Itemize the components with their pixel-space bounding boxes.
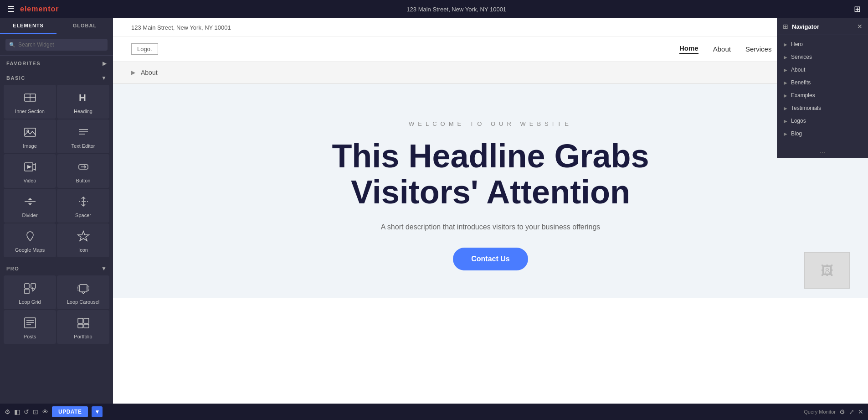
widget-heading[interactable]: H Heading: [57, 85, 109, 119]
navigator-blog-arrow: ▶: [784, 131, 787, 136]
bottom-close-icon[interactable]: ✕: [858, 408, 863, 415]
loop-grid-icon: [24, 282, 36, 296]
grid-icon[interactable]: ⊞: [854, 4, 861, 14]
settings-icon[interactable]: ⚙: [5, 408, 10, 415]
navigator-benefits-label: Benefits: [791, 79, 811, 86]
heading-icon: H: [77, 91, 90, 106]
divider-label: Divider: [22, 213, 37, 218]
widget-portfolio[interactable]: Portfolio: [57, 310, 109, 344]
navigator-panel-icon: ⊞: [783, 23, 788, 30]
navigator-title: Navigator: [792, 23, 819, 30]
svg-marker-10: [27, 165, 32, 169]
pro-section-header[interactable]: PRO ▼: [0, 261, 113, 275]
svg-rect-22: [25, 289, 29, 294]
hero-cta-button[interactable]: Contact Us: [453, 248, 528, 270]
posts-label: Posts: [24, 334, 36, 339]
sidebar: ELEMENTS GLOBAL FAVORITES ▶ BASIC ▼ I: [0, 18, 113, 404]
update-arrow-button[interactable]: ▼: [92, 406, 103, 417]
navigator-item-benefits[interactable]: ▶ Benefits: [777, 76, 868, 89]
widget-inner-section[interactable]: Inner Section: [4, 85, 56, 119]
site-nav: Logo. Home About Services Contact Course…: [113, 37, 868, 62]
pro-arrow-icon: ▼: [101, 265, 107, 272]
tab-global[interactable]: GLOBAL: [56, 18, 113, 34]
nav-link-about[interactable]: About: [713, 45, 731, 53]
sidebar-search-area: [0, 34, 113, 56]
tab-elements[interactable]: ELEMENTS: [0, 18, 56, 34]
navigator-item-services[interactable]: ▶ Services: [777, 51, 868, 63]
widget-divider[interactable]: Divider: [4, 189, 56, 223]
posts-icon: [24, 316, 36, 331]
hamburger-icon[interactable]: ☰: [7, 4, 15, 14]
top-bar-center: 123 Main Street, New York, NY 10001: [406, 6, 506, 13]
svg-rect-30: [78, 318, 83, 323]
navigator-examples-label: Examples: [791, 92, 815, 99]
image-icon: [24, 126, 36, 140]
inner-section-label: Inner Section: [15, 109, 45, 114]
navigator-items: ▶ Hero ▶ Services ▶ About ▶ Benefits ▶: [777, 35, 868, 143]
widget-video[interactable]: Video: [4, 154, 56, 188]
main-layout: ELEMENTS GLOBAL FAVORITES ▶ BASIC ▼ I: [0, 18, 868, 404]
navigator-close-icon[interactable]: ✕: [857, 23, 863, 30]
loop-carousel-icon: [77, 282, 90, 296]
site-nav-address: 123 Main Street, New York, NY 10001: [131, 24, 231, 31]
about-bar-arrow: ▶: [131, 69, 135, 76]
widget-text-editor[interactable]: Text Editor: [57, 119, 109, 153]
elementor-logo: elementor: [20, 5, 59, 13]
navigator-testimonials-label: Testimonials: [791, 105, 821, 111]
navigator-item-logos[interactable]: ▶ Logos: [777, 114, 868, 127]
svg-rect-26: [25, 318, 36, 328]
widget-google-maps[interactable]: Google Maps: [4, 223, 56, 257]
basic-label: BASIC: [6, 75, 26, 81]
navigator-title-wrap: ⊞ Navigator: [783, 23, 819, 30]
navigator-item-about[interactable]: ▶ About: [777, 63, 868, 76]
favorites-section-header[interactable]: FAVORITES ▶: [0, 56, 113, 70]
update-button[interactable]: UPDATE: [52, 406, 88, 417]
hero-description: A short description that introduces visi…: [131, 223, 850, 231]
widget-posts[interactable]: Posts: [4, 310, 56, 344]
svg-rect-33: [84, 324, 89, 328]
pro-widgets-grid: Loop Grid Loop Carousel Posts: [0, 275, 113, 347]
basic-arrow-icon: ▼: [101, 75, 107, 81]
bottom-settings-icon[interactable]: ⚙: [839, 408, 845, 415]
sidebar-search-wrap: [5, 39, 108, 51]
navigator-item-examples[interactable]: ▶ Examples: [777, 89, 868, 102]
hero-subtitle: WELCOME TO OUR WEBSITE: [131, 120, 850, 127]
widget-spacer[interactable]: Spacer: [57, 189, 109, 223]
sidebar-tabs: ELEMENTS GLOBAL: [0, 18, 113, 34]
placeholder-img-icon: 🖼: [821, 263, 833, 278]
about-bar: ▶ About: [113, 62, 868, 84]
responsive-icon[interactable]: ⊡: [33, 408, 38, 415]
search-input[interactable]: [5, 39, 108, 51]
button-label: Button: [76, 178, 91, 183]
widget-image[interactable]: Image: [4, 119, 56, 153]
nav-link-services[interactable]: Services: [745, 45, 772, 53]
navigator-item-hero[interactable]: ▶ Hero: [777, 38, 868, 51]
svg-marker-19: [78, 231, 89, 241]
layers-icon[interactable]: ◧: [14, 408, 20, 415]
basic-section-header[interactable]: BASIC ▼: [0, 70, 113, 85]
navigator-item-blog[interactable]: ▶ Blog: [777, 127, 868, 140]
portfolio-icon: [77, 316, 90, 331]
navigator-hero-arrow: ▶: [784, 42, 787, 47]
widget-button[interactable]: Button: [57, 154, 109, 188]
widget-loop-grid[interactable]: Loop Grid: [4, 275, 56, 309]
svg-rect-24: [78, 286, 80, 290]
bottom-expand-icon[interactable]: ⤢: [849, 408, 854, 415]
nav-link-home[interactable]: Home: [679, 44, 699, 54]
basic-widgets-grid: Inner Section H Heading Image: [0, 85, 113, 261]
website-preview: 123 Main Street, New York, NY 10001 📞 12…: [113, 18, 868, 404]
navigator-blog-label: Blog: [791, 130, 802, 137]
svg-rect-4: [25, 128, 36, 136]
portfolio-label: Portfolio: [74, 334, 92, 339]
spacer-icon: [77, 195, 90, 210]
navigator-item-testimonials[interactable]: ▶ Testimonials: [777, 102, 868, 114]
svg-rect-21: [31, 284, 36, 288]
widget-icon[interactable]: Icon: [57, 223, 109, 257]
widget-loop-carousel[interactable]: Loop Carousel: [57, 275, 109, 309]
sidebar-collapse-handle[interactable]: ‹: [110, 203, 113, 219]
preview-icon[interactable]: 👁: [42, 408, 48, 415]
svg-rect-20: [25, 284, 29, 288]
history-icon[interactable]: ↺: [24, 408, 29, 415]
svg-marker-15: [28, 203, 32, 205]
spacer-label: Spacer: [75, 213, 91, 218]
